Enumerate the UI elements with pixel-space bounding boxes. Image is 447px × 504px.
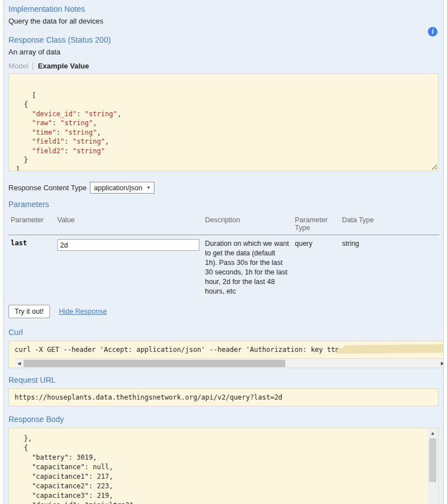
table-row: last Duration on which we want to get th…	[8, 235, 439, 296]
signature-tabs: Model Example Value	[8, 62, 439, 70]
response-body-heading: Response Body	[8, 414, 439, 424]
response-content-type-value: application/json	[94, 184, 142, 192]
scroll-up-arrow-icon[interactable]: ▲	[428, 429, 437, 438]
parameters-table-header: Parameter Value Description Parameter Ty…	[8, 214, 439, 235]
hide-response-link[interactable]: Hide Response	[59, 308, 107, 315]
request-url-heading: Request URL	[8, 375, 439, 385]
scroll-left-arrow-icon[interactable]: ◀	[15, 359, 24, 368]
tab-separator	[33, 62, 33, 70]
param-name: last	[8, 239, 57, 296]
param-value-input[interactable]	[57, 239, 199, 251]
response-scrollbar-thumb[interactable]	[429, 438, 436, 482]
api-operation-panel: Implementation Notes Query the data for …	[3, 0, 444, 504]
example-json-code: [ { "device_id": "string", "raw": "strin…	[16, 91, 121, 172]
request-url-box: https://houseplants.data.thethingsnetwor…	[8, 388, 439, 406]
try-it-out-button[interactable]: Try it out!	[8, 305, 50, 318]
response-body-json: }, { "battery": 3019, "capacitance": nul…	[9, 428, 438, 504]
param-description: Duration on which we want to get the dat…	[205, 239, 295, 296]
redaction-scribble	[343, 344, 444, 354]
info-icon[interactable]: i	[428, 27, 437, 36]
header-parameter-type: Parameter Type	[295, 216, 342, 232]
tab-example-value[interactable]: Example Value	[38, 62, 89, 70]
implementation-notes-heading: Implementation Notes	[8, 4, 439, 14]
example-value-textarea[interactable]: [ { "device_id": "string", "raw": "strin…	[8, 74, 439, 171]
parameters-table: Parameter Value Description Parameter Ty…	[8, 214, 439, 296]
curl-horizontal-scrollbar[interactable]: ◀ ▶	[15, 358, 444, 368]
curl-heading: Curl	[8, 327, 439, 337]
tab-model[interactable]: Model	[8, 62, 28, 70]
request-url-text: https://houseplants.data.thethingsnetwor…	[15, 393, 282, 401]
param-type: query	[295, 239, 342, 296]
resize-grip-icon[interactable]	[431, 163, 437, 169]
header-data-type: Data Type	[342, 216, 439, 232]
curl-scrollbar-thumb[interactable]	[24, 360, 285, 367]
response-content-type-label: Response Content Type	[8, 184, 86, 192]
response-body-box: }, { "battery": 3019, "capacitance": nul…	[8, 428, 439, 504]
header-value: Value	[57, 216, 205, 232]
parameters-heading: Parameters	[8, 199, 439, 209]
chevron-down-icon: ▼	[146, 185, 150, 190]
implementation-notes-text: Query the data for all devices	[8, 17, 439, 26]
curl-command-box: curl -X GET --header 'Accept: applicatio…	[8, 341, 444, 368]
param-data-type: string	[342, 239, 439, 296]
response-class-subtitle: An array of data	[8, 48, 439, 57]
header-description: Description	[205, 216, 295, 232]
response-class-heading: Response Class (Status 200)	[8, 35, 111, 45]
header-parameter: Parameter	[8, 216, 57, 232]
response-vertical-scrollbar[interactable]: ▲	[428, 429, 437, 504]
scroll-right-arrow-icon[interactable]: ▶	[438, 359, 444, 368]
response-content-type-select[interactable]: application/json ▼	[90, 182, 154, 194]
